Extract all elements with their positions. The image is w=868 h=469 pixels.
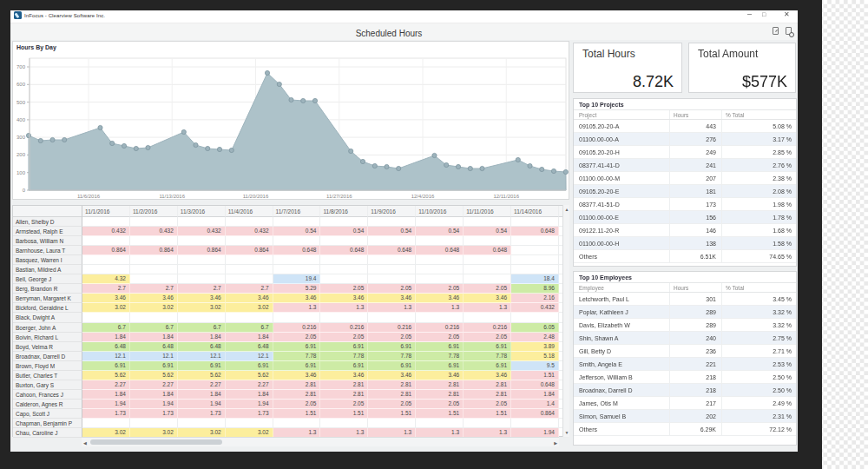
svg-text:100: 100	[16, 170, 26, 175]
svg-text:600: 600	[16, 82, 26, 87]
svg-text:11/27/2016: 11/27/2016	[326, 194, 352, 199]
svg-text:0: 0	[23, 188, 26, 193]
svg-text:11/20/2016: 11/20/2016	[243, 194, 269, 199]
svg-text:12/11/2016: 12/11/2016	[493, 194, 519, 199]
svg-text:12/4/2016: 12/4/2016	[411, 194, 435, 199]
svg-text:11/13/2016: 11/13/2016	[159, 194, 185, 199]
svg-text:700: 700	[16, 64, 26, 69]
svg-text:300: 300	[16, 135, 26, 140]
svg-text:200: 200	[16, 152, 26, 157]
svg-text:11/6/2016: 11/6/2016	[77, 194, 101, 199]
svg-text:500: 500	[16, 100, 26, 105]
svg-text:400: 400	[16, 117, 26, 122]
